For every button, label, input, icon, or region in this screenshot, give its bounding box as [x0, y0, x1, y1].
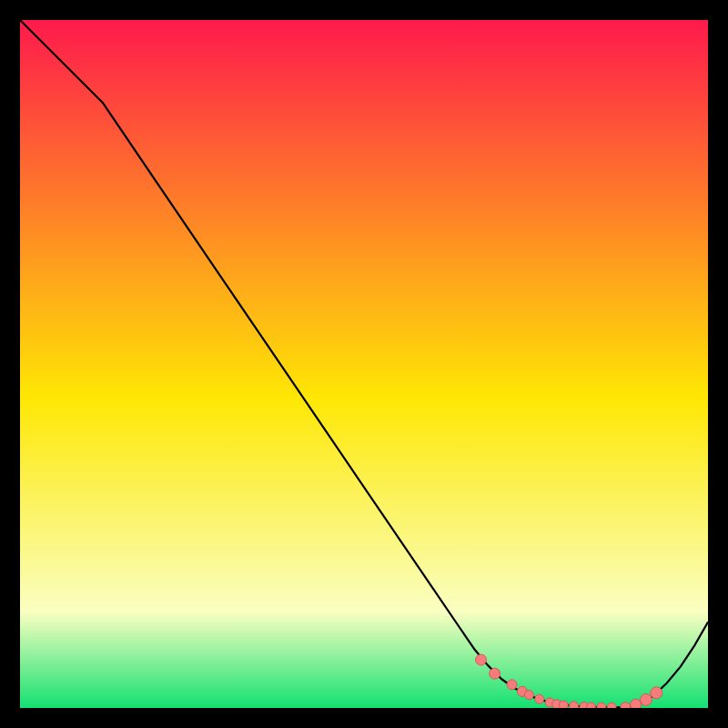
optimal-marker — [507, 680, 517, 690]
optimal-marker — [559, 701, 568, 708]
optimal-marker — [631, 699, 642, 708]
optimal-marker — [570, 702, 579, 708]
gradient-background — [20, 20, 708, 708]
optimal-marker — [586, 703, 595, 708]
optimal-marker — [535, 694, 544, 703]
optimal-marker — [640, 693, 652, 705]
chart-frame: TheBottleneck.com — [20, 20, 708, 708]
optimal-marker — [524, 691, 533, 700]
optimal-marker — [490, 668, 500, 679]
optimal-marker — [476, 654, 487, 665]
bottleneck-chart — [20, 20, 708, 708]
optimal-marker — [651, 687, 662, 699]
